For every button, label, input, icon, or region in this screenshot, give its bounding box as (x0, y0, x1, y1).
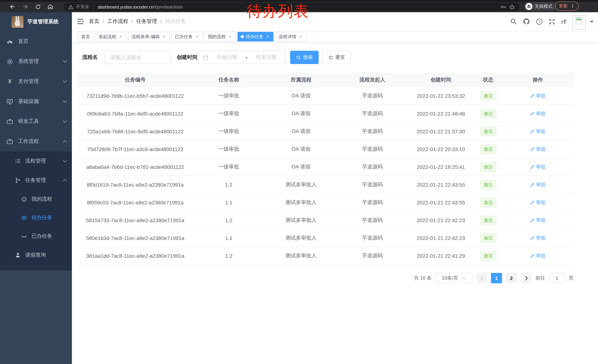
password-key-icon[interactable] (500, 4, 507, 10)
approve-link[interactable]: 审批 (530, 199, 546, 206)
sidebar-item-leave-query[interactable]: 请假查询 (0, 245, 72, 265)
gear-icon (7, 58, 13, 65)
pagination: 共 16 条 10条/页 1 2 前往 页 (78, 273, 573, 283)
table-row: 580e1b3d-7ac8-11ec-a9e2-a2380e71991a 1.1… (78, 229, 573, 247)
date-range-picker[interactable]: 开始日期 - 结束日期 (199, 51, 286, 64)
status-badge: 激活 (480, 126, 496, 136)
github-icon[interactable] (523, 18, 530, 25)
approve-link[interactable]: 审批 (530, 92, 546, 99)
browser-home-button[interactable] (47, 3, 54, 10)
sidebar-item-infra[interactable]: 基础设施 (0, 91, 72, 112)
edit-pen-icon (530, 200, 534, 205)
fullscreen-icon[interactable] (548, 18, 555, 25)
create-time: 2022-01-21 22:42:23 (407, 235, 474, 241)
status-cell: 激活 (474, 251, 502, 260)
bookmark-star-icon[interactable] (509, 4, 515, 10)
next-page-button[interactable] (521, 273, 532, 283)
approve-link[interactable]: 审批 (530, 163, 546, 170)
breadcrumb-item[interactable]: 工作流程 (108, 18, 128, 25)
create-time: 2022-01-21 22:43:55 (407, 182, 474, 187)
process-name: 测试多审批人 (265, 217, 337, 224)
actions-cell: 审批 (502, 92, 573, 99)
edit-pen-icon (530, 236, 534, 240)
tab-my-process[interactable]: 我的流程× (205, 32, 236, 41)
sidebar-item-workflow[interactable]: 工作流程 (0, 131, 72, 152)
approve-link[interactable]: 审批 (530, 235, 546, 241)
browser-reload-button[interactable] (34, 3, 42, 10)
browser-update-button[interactable]: 更新 ⋮ (555, 1, 579, 11)
tab-process-form-edit[interactable]: 流程表单-编辑× (128, 32, 170, 41)
close-icon[interactable]: × (298, 34, 303, 39)
sidebar-item-my-process[interactable]: 我的流程 (0, 190, 72, 209)
tab-todo-tasks[interactable]: 待办任务× (238, 32, 274, 41)
create-time-label: 创建时间 (177, 54, 198, 61)
breadcrumb-item[interactable]: 首页 (89, 18, 99, 25)
reset-button[interactable]: 重置 (322, 51, 351, 64)
prev-page-button[interactable] (476, 273, 487, 283)
approve-link[interactable]: 审批 (530, 252, 546, 259)
column-header: 流程发起人 (337, 76, 407, 83)
avatar[interactable] (572, 15, 586, 30)
column-header: 创建时间 (407, 76, 474, 83)
search-button[interactable]: 搜索 (290, 51, 319, 64)
table-row: 069c6a63-7b8a-11ec-8ef0-acde48001122 一级审… (78, 105, 573, 122)
incognito-icon (525, 3, 532, 10)
breadcrumb-item[interactable]: 任务管理 (136, 18, 157, 25)
browser-forward-button[interactable] (22, 3, 29, 10)
process-name-input[interactable] (105, 51, 171, 64)
goto-page-input[interactable] (549, 273, 565, 283)
eye-closed-icon (21, 233, 27, 239)
approve-link[interactable]: 审批 (530, 181, 546, 188)
close-icon[interactable]: × (227, 34, 232, 39)
sidebar-item-system[interactable]: 系统管理 (0, 51, 72, 72)
search-icon[interactable] (510, 18, 517, 25)
app-logo-row[interactable]: 芋道管理系统 (0, 12, 72, 32)
browser-menu-icon[interactable]: ⋮ (570, 3, 575, 9)
close-icon[interactable]: × (162, 34, 166, 39)
avatar-caret-icon[interactable] (590, 21, 594, 24)
edit-pen-icon (530, 94, 534, 98)
page-content: 流程名 创建时间 开始日期 - 结束日期 搜索 重置 (72, 43, 598, 283)
sidebar-item-task-mgmt[interactable]: 任务管理 (0, 171, 72, 190)
start-date-placeholder[interactable]: 开始日期 (212, 54, 242, 61)
chevron-down-icon (63, 160, 67, 162)
actions-cell: 审批 (502, 252, 573, 259)
sidebar-item-todo-tasks[interactable]: 待办任务 (0, 209, 72, 227)
close-icon[interactable]: × (118, 34, 123, 39)
task-name: 1.2 (193, 217, 265, 223)
page-size-select[interactable]: 10条/页 (435, 273, 472, 283)
sidebar-item-done-tasks[interactable]: 已办任务 (0, 227, 72, 245)
page-button-2[interactable]: 2 (506, 273, 517, 283)
close-icon[interactable]: × (194, 34, 199, 39)
approve-link[interactable]: 审批 (530, 217, 546, 224)
sidebar: 芋道管理系统 首页 系统管理 ¥ 支付管理 (0, 12, 72, 364)
sidebar-item-payment[interactable]: ¥ 支付管理 (0, 72, 72, 91)
task-name: 1.2 (193, 182, 265, 187)
page-button-1[interactable]: 1 (491, 273, 502, 283)
sidebar-item-devtools[interactable]: 研发工具 (0, 112, 72, 131)
tab-process-detail[interactable]: 流程详情× (275, 32, 307, 41)
sidebar-item-label: 我的流程 (32, 196, 67, 202)
task-name: 一级审批 (193, 163, 265, 170)
sidebar-item-process-mgmt[interactable]: 流程管理 (0, 152, 72, 171)
end-date-placeholder[interactable]: 结束日期 (251, 54, 282, 61)
task-id: 73211d9d-7b9b-11ec-b5b7-acde48001122 (78, 93, 193, 99)
sidebar-item-home[interactable]: 首页 (0, 32, 72, 51)
tab-home[interactable]: 首页 (78, 32, 93, 41)
approve-link[interactable]: 审批 (530, 128, 546, 135)
status-cell: 激活 (474, 144, 502, 154)
sidebar-collapse-button[interactable] (77, 18, 84, 25)
font-size-icon[interactable]: TT (561, 19, 566, 24)
approve-link[interactable]: 审批 (530, 110, 546, 117)
close-icon[interactable]: × (265, 34, 270, 39)
tab-start-process[interactable]: 发起流程× (95, 32, 126, 41)
chevron-down-icon (462, 277, 466, 279)
tab-done-tasks[interactable]: 已办任务× (172, 32, 203, 41)
browser-back-button[interactable] (9, 3, 16, 10)
help-icon[interactable]: ? (536, 18, 543, 25)
table-row: 73211d9d-7b9b-11ec-b5b7-acde48001122 一级审… (78, 87, 573, 105)
approve-label: 审批 (536, 217, 546, 224)
approve-link[interactable]: 审批 (530, 146, 546, 152)
tree-icon (15, 177, 21, 183)
process-starter: 芋道源码 (337, 146, 407, 152)
